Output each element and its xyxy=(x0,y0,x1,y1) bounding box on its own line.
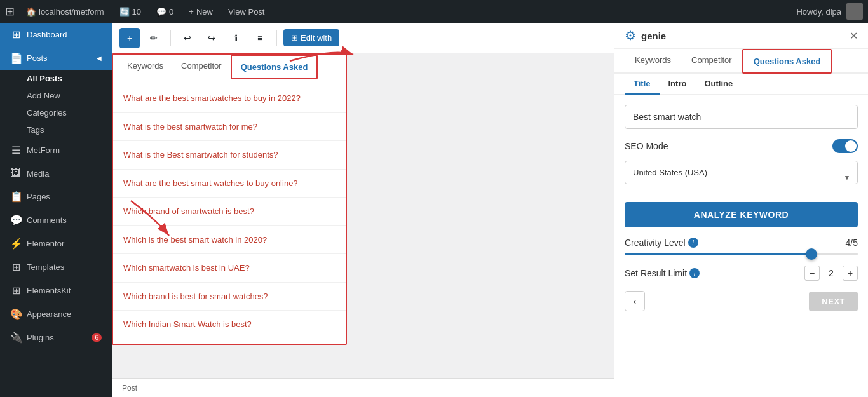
list-view-button[interactable]: ≡ xyxy=(250,28,270,48)
nav-row: ‹ NEXT xyxy=(625,291,858,311)
sidebar-item-all-posts[interactable]: All Posts xyxy=(0,70,112,87)
question-item[interactable]: Which is the best smart watch in 2020? xyxy=(113,226,346,255)
redo-icon: ↪ xyxy=(208,33,215,43)
increase-limit-button[interactable]: + xyxy=(843,266,858,281)
howdy-label: Howdy, dipa xyxy=(796,7,841,17)
question-item[interactable]: What is the best smartwatch for me? xyxy=(113,113,346,142)
seo-subtab-intro[interactable]: Intro xyxy=(660,74,696,95)
sidebar-item-templates[interactable]: ⊞ Templates xyxy=(0,255,112,279)
seo-subtab-title[interactable]: Title xyxy=(625,74,660,95)
seo-tab-keywords[interactable]: Keywords xyxy=(625,49,681,74)
edit-button[interactable]: ✏ xyxy=(144,28,164,48)
posts-icon: 📄 xyxy=(10,52,22,64)
question-item[interactable]: What are the best smartwatches to buy in… xyxy=(113,84,346,113)
question-item[interactable]: Which Indian Smart Watch is best? xyxy=(113,311,346,339)
seo-panel-tabs: Keywords Competitor Questions Asked xyxy=(614,49,868,74)
decrease-limit-button[interactable]: − xyxy=(804,266,820,281)
sidebar-item-plugins[interactable]: 🔌 Plugins 6 xyxy=(0,326,112,349)
sidebar-item-comments[interactable]: 💬 Comments xyxy=(0,208,112,232)
question-item[interactable]: Which smartwatch is best in UAE? xyxy=(113,254,346,283)
seo-panel-header: ⚙ genie ✕ xyxy=(614,23,868,49)
sidebar-item-elementor[interactable]: ⚡ Elementor xyxy=(0,232,112,255)
elementor-icon: ⚡ xyxy=(10,238,22,250)
sidebar-item-label: ElementsKit xyxy=(27,286,71,295)
sidebar-item-label: Plugins xyxy=(27,333,54,342)
question-item[interactable]: Which brand of smartwatch is best? xyxy=(113,198,346,226)
appearance-icon: 🎨 xyxy=(10,308,22,320)
sidebar-item-appearance[interactable]: 🎨 Appearance xyxy=(0,302,112,326)
questions-panel: Keywords Competitor Questions Asked What… xyxy=(112,53,347,345)
updates-icon: 🔄 xyxy=(119,7,130,17)
comments-menu-icon: 💬 xyxy=(10,214,22,226)
info-button[interactable]: ℹ xyxy=(226,28,246,48)
new-post-link[interactable]: + New xyxy=(185,7,217,17)
plus-icon: + xyxy=(127,33,132,43)
home-icon: 🏠 xyxy=(26,7,36,17)
sidebar-item-metform[interactable]: ☰ MetForm xyxy=(0,138,112,162)
sidebar-item-label: MetForm xyxy=(27,145,60,155)
seo-mode-row: SEO Mode xyxy=(625,139,858,153)
elementskit-icon: ⊞ xyxy=(10,285,22,297)
seo-tab-questions-asked[interactable]: Questions Asked xyxy=(742,49,832,74)
sidebar-item-label: Posts xyxy=(27,53,48,63)
info-icon: ℹ xyxy=(234,33,238,43)
tab-competitor[interactable]: Competitor xyxy=(172,55,231,79)
next-button[interactable]: NEXT xyxy=(809,292,858,311)
comments-link[interactable]: 💬 0 xyxy=(153,7,177,17)
site-name-link[interactable]: 🏠 localhost/metform xyxy=(22,7,108,17)
sidebar-item-media[interactable]: 🖼 Media xyxy=(0,162,112,185)
redo-button[interactable]: ↪ xyxy=(201,28,222,48)
sidebar-item-dashboard[interactable]: ⊞ Dashboard xyxy=(0,23,112,46)
admin-bar: ⊞ 🏠 localhost/metform 🔄 10 💬 0 + New Vie… xyxy=(0,0,868,23)
question-item[interactable]: What are the best smart watches to buy o… xyxy=(113,170,346,198)
seo-mode-toggle[interactable] xyxy=(832,139,858,153)
pencil-icon: ✏ xyxy=(150,33,158,43)
creativity-info-icon[interactable]: i xyxy=(688,238,698,248)
sidebar-item-add-new[interactable]: Add New xyxy=(0,87,112,104)
result-limit-label: Set Result Limit i xyxy=(625,268,700,278)
sidebar-item-label: Pages xyxy=(27,192,50,201)
seo-subtab-outline[interactable]: Outline xyxy=(695,74,742,95)
comments-icon: 💬 xyxy=(156,7,166,17)
tab-questions-asked[interactable]: Questions Asked xyxy=(231,55,318,79)
country-select[interactable]: United States (USA) United Kingdom India xyxy=(625,161,858,184)
tab-keywords[interactable]: Keywords xyxy=(118,55,172,79)
pages-icon: 📋 xyxy=(10,191,22,203)
wp-logo-icon: ⊞ xyxy=(5,4,15,18)
analyze-keyword-button[interactable]: ANALYZE KEYWORD xyxy=(625,202,858,227)
edit-with-button[interactable]: ⊞ Edit with xyxy=(283,29,339,46)
seo-panel-title: genie xyxy=(641,30,666,41)
admin-bar-right: Howdy, dipa xyxy=(796,3,863,20)
creativity-slider-fill xyxy=(625,253,811,255)
seo-tab-competitor[interactable]: Competitor xyxy=(681,49,742,74)
toolbar-divider xyxy=(170,30,171,46)
creativity-slider-thumb[interactable] xyxy=(806,248,817,260)
result-limit-row: Set Result Limit i − 2 + xyxy=(625,266,858,281)
sidebar-item-categories[interactable]: Categories xyxy=(0,104,112,121)
undo-button[interactable]: ↩ xyxy=(177,28,198,48)
edit-with-icon: ⊞ xyxy=(291,33,298,43)
view-post-link[interactable]: View Post xyxy=(224,7,269,17)
prev-button[interactable]: ‹ xyxy=(625,291,645,311)
creativity-row: Creativity Level i 4/5 xyxy=(625,238,858,248)
updates-link[interactable]: 🔄 10 xyxy=(116,7,145,17)
sidebar-item-pages[interactable]: 📋 Pages xyxy=(0,185,112,208)
question-item[interactable]: What is the Best smartwatch for students… xyxy=(113,141,346,170)
close-icon[interactable]: ✕ xyxy=(850,30,858,42)
main-content: + ✏ ↩ ↪ ℹ ≡ ⊞ Edit with Keyword Analy Ty… xyxy=(112,23,868,397)
keyword-input[interactable] xyxy=(625,105,858,129)
templates-icon: ⊞ xyxy=(10,261,22,273)
sidebar-item-label: Dashboard xyxy=(27,30,67,39)
plus-icon: + xyxy=(189,7,194,17)
creativity-slider-track xyxy=(625,253,858,255)
result-limit-info-icon[interactable]: i xyxy=(689,268,700,278)
question-item[interactable]: Which brand is best for smart watches? xyxy=(113,283,346,311)
questions-panel-tabs: Keywords Competitor Questions Asked xyxy=(113,55,346,79)
sidebar-item-tags[interactable]: Tags xyxy=(0,121,112,138)
sidebar-item-posts[interactable]: 📄 Posts ◀ xyxy=(0,46,112,70)
media-icon: 🖼 xyxy=(10,168,22,179)
sidebar-item-elementskit[interactable]: ⊞ ElementsKit xyxy=(0,279,112,302)
chevron-icon: ◀ xyxy=(97,55,102,62)
dashboard-icon: ⊞ xyxy=(10,29,22,41)
add-block-button[interactable]: + xyxy=(119,28,140,48)
